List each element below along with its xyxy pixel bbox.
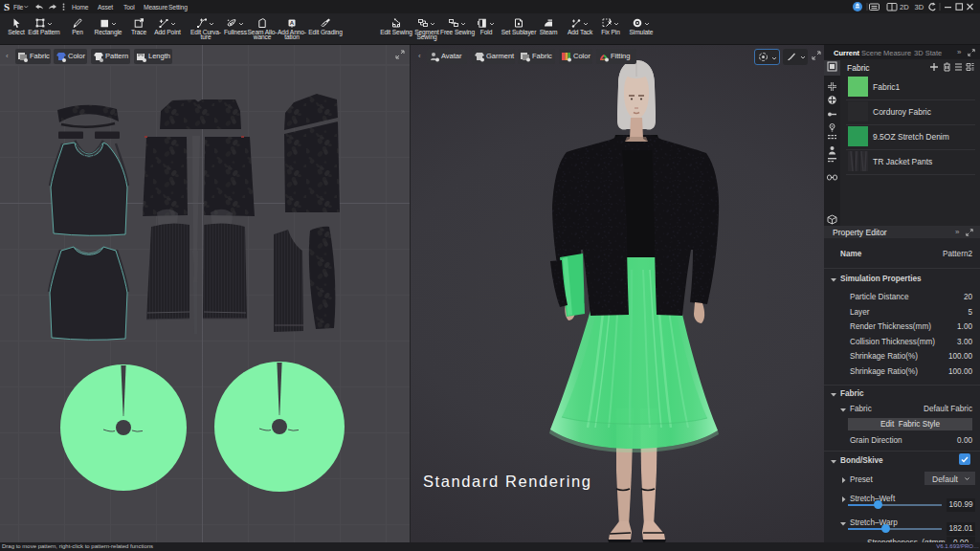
svg-text:3D: 3D [915,3,924,11]
svg-text:S: S [4,1,10,12]
svg-text:A: A [290,20,295,26]
svg-text:2D: 2D [900,3,909,11]
